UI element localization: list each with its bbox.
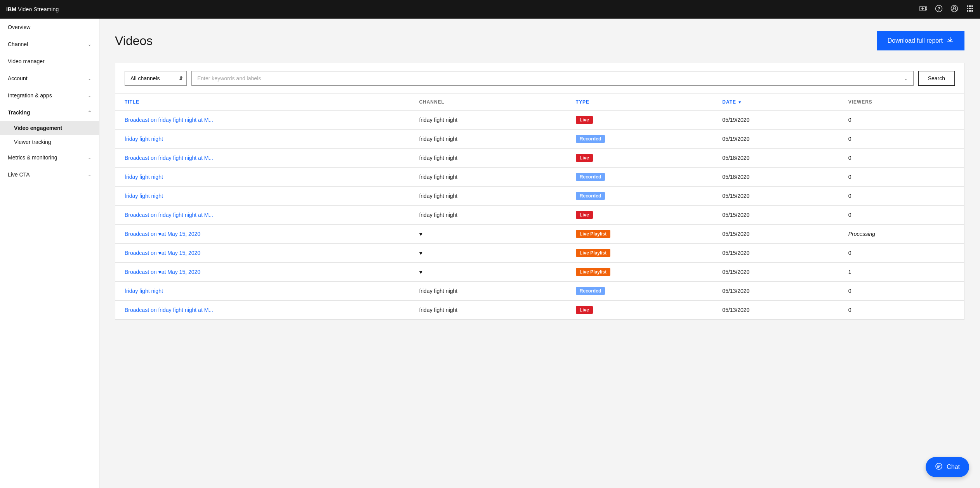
cell-date: 05/13/2020 (713, 301, 839, 320)
cell-type: Live (566, 111, 713, 130)
keyword-input[interactable] (197, 75, 901, 81)
sidebar-item-label-video-manager: Video manager (8, 58, 45, 64)
chevron-up-icon: ⌃ (88, 110, 91, 115)
cell-type: Live Playlist (566, 244, 713, 263)
sidebar-subitem-video-engagement[interactable]: Video engagement (0, 121, 99, 135)
channel-select-wrapper: All channels friday fight night ⇵ (125, 71, 187, 86)
svg-rect-15 (971, 10, 973, 12)
filter-bar: All channels friday fight night ⇵ ⌄ Sear… (115, 63, 964, 94)
cell-title: Broadcast on ♥at May 15, 2020 (115, 244, 410, 263)
cell-title: Broadcast on ♥at May 15, 2020 (115, 263, 410, 282)
grid-icon[interactable] (966, 5, 974, 14)
sidebar-item-live-cta[interactable]: Live CTA ⌄ (0, 166, 99, 183)
page-title: Videos (115, 34, 153, 48)
cell-viewers: 0 (839, 301, 964, 320)
cell-title: friday fight night (115, 187, 410, 206)
cell-viewers: 0 (839, 244, 964, 263)
cell-type: Live Playlist (566, 263, 713, 282)
type-badge: Live (576, 154, 593, 162)
cell-date: 05/15/2020 (713, 187, 839, 206)
topnav: IBM Video Streaming ? (0, 0, 980, 19)
sidebar-item-account[interactable]: Account ⌄ (0, 70, 99, 87)
brand-name-ibm: IBM (6, 6, 16, 12)
sidebar-item-label-integration-apps: Integration & apps (8, 92, 52, 99)
cell-viewers: 0 (839, 168, 964, 187)
cell-channel: friday fight night (410, 187, 566, 206)
cell-type: Live (566, 206, 713, 225)
type-badge: Live (576, 116, 593, 124)
title-link[interactable]: friday fight night (125, 174, 163, 180)
svg-rect-7 (967, 5, 968, 7)
keyword-input-wrapper[interactable]: ⌄ (191, 71, 914, 86)
search-button[interactable]: Search (918, 71, 955, 86)
col-header-type: TYPE (566, 94, 713, 111)
dropdown-chevron-icon[interactable]: ⌄ (904, 76, 908, 81)
cell-date: 05/15/2020 (713, 244, 839, 263)
sidebar-item-integration-apps[interactable]: Integration & apps ⌄ (0, 87, 99, 104)
svg-rect-12 (971, 8, 973, 9)
help-icon[interactable]: ? (935, 5, 943, 14)
cell-channel: friday fight night (410, 206, 566, 225)
brand-logo: IBM Video Streaming (6, 6, 59, 12)
svg-rect-9 (971, 5, 973, 7)
sidebar-item-tracking[interactable]: Tracking ⌃ (0, 104, 99, 121)
sort-arrow-icon: ▼ (738, 100, 742, 104)
cell-title: Broadcast on friday fight night at M... (115, 301, 410, 320)
type-badge: Recorded (576, 173, 605, 181)
title-link[interactable]: Broadcast on ♥at May 15, 2020 (125, 231, 200, 237)
title-link[interactable]: friday fight night (125, 288, 163, 294)
title-link[interactable]: Broadcast on friday fight night at M... (125, 307, 213, 313)
svg-text:?: ? (937, 6, 940, 12)
title-link[interactable]: Broadcast on friday fight night at M... (125, 117, 213, 123)
channel-select[interactable]: All channels friday fight night (125, 71, 187, 86)
table-row: friday fight night friday fight night Re… (115, 282, 964, 301)
cell-title: Broadcast on friday fight night at M... (115, 206, 410, 225)
title-link[interactable]: Broadcast on friday fight night at M... (125, 155, 213, 161)
svg-point-6 (953, 7, 956, 9)
videos-table-container: All channels friday fight night ⇵ ⌄ Sear… (115, 63, 964, 320)
cell-viewers: 0 (839, 206, 964, 225)
cell-viewers: 0 (839, 111, 964, 130)
sidebar-item-overview[interactable]: Overview (0, 19, 99, 36)
sidebar-item-channel[interactable]: Channel ⌄ (0, 36, 99, 53)
chevron-down-icon: ⌄ (88, 76, 91, 81)
title-link[interactable]: Broadcast on ♥at May 15, 2020 (125, 269, 200, 275)
cell-date: 05/18/2020 (713, 149, 839, 168)
sidebar-item-label-tracking: Tracking (8, 109, 30, 116)
title-link[interactable]: Broadcast on ♥at May 15, 2020 (125, 250, 200, 256)
title-link[interactable]: Broadcast on friday fight night at M... (125, 212, 213, 218)
chevron-down-icon: ⌄ (88, 42, 91, 47)
sidebar-item-label-live-cta: Live CTA (8, 171, 30, 178)
svg-rect-13 (967, 10, 968, 12)
cell-type: Recorded (566, 282, 713, 301)
cell-viewers: 1 (839, 263, 964, 282)
chat-label: Chat (947, 464, 960, 471)
table-header: TITLE CHANNEL TYPE DATE ▼ VIEWERS (115, 94, 964, 111)
download-full-report-button[interactable]: Download full report (877, 31, 964, 50)
col-header-date[interactable]: DATE ▼ (713, 94, 839, 111)
type-badge: Live Playlist (576, 230, 610, 238)
sidebar-subitem-viewer-tracking[interactable]: Viewer tracking (0, 135, 99, 149)
cell-title: Broadcast on friday fight night at M... (115, 149, 410, 168)
table-row: Broadcast on friday fight night at M... … (115, 149, 964, 168)
chat-button[interactable]: Chat (926, 457, 969, 477)
sidebar-item-video-manager[interactable]: Video manager (0, 53, 99, 70)
cell-channel: ♥ (410, 244, 566, 263)
svg-rect-8 (969, 5, 971, 7)
chat-icon (935, 462, 943, 472)
sidebar-item-metrics-monitoring[interactable]: Metrics & monitoring ⌄ (0, 149, 99, 166)
add-video-icon[interactable] (919, 5, 927, 14)
download-btn-label: Download full report (888, 37, 943, 44)
cell-channel: ♥ (410, 263, 566, 282)
svg-rect-14 (969, 10, 971, 12)
type-badge: Live (576, 211, 593, 219)
sidebar-item-label-overview: Overview (8, 24, 30, 30)
cell-type: Live Playlist (566, 225, 713, 244)
title-link[interactable]: friday fight night (125, 193, 163, 199)
user-icon[interactable] (950, 5, 958, 14)
type-badge: Live (576, 306, 593, 314)
cell-title: friday fight night (115, 168, 410, 187)
cell-date: 05/13/2020 (713, 282, 839, 301)
title-link[interactable]: friday fight night (125, 136, 163, 142)
main-content: Videos Download full report All channels… (99, 19, 980, 488)
